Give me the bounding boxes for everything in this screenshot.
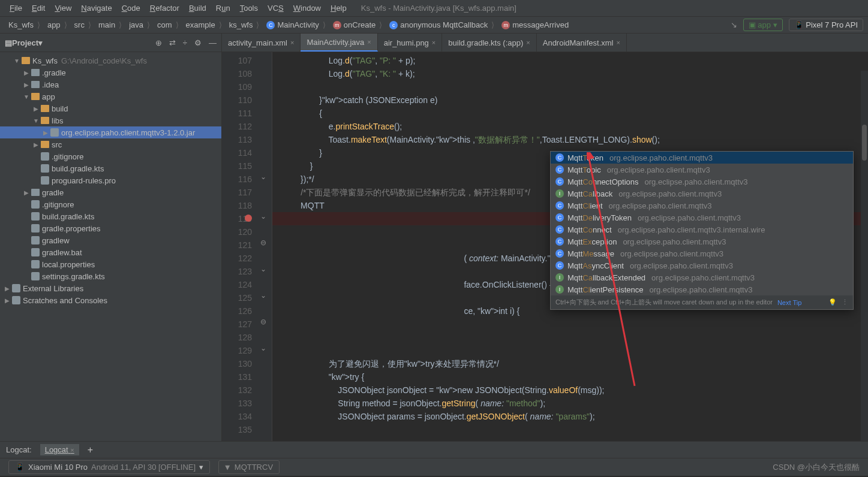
close-icon[interactable]: × (290, 39, 294, 46)
fold-gutter: ⌄⌄⊖⌄⌄⊖⌄ (257, 52, 272, 441)
breadcrumb[interactable]: ks_wfs (226, 20, 263, 29)
autocomplete-item[interactable]: CMqttClientorg.eclipse.paho.client.mqttv… (551, 200, 853, 212)
run-config-selector[interactable]: ▣ app ▾ (743, 19, 783, 31)
tree-item[interactable]: ▶gradle (0, 186, 221, 198)
menu-navigate[interactable]: Navigate (76, 4, 116, 13)
tree-item[interactable]: build.gradle.kts (0, 162, 221, 174)
tree-item[interactable]: ▶src (0, 138, 221, 150)
tree-item[interactable]: ▼libs (0, 114, 221, 126)
expand-all-icon[interactable]: ⇄ (169, 38, 176, 47)
line-gutter: 1071081091101111121131141151161171181191… (222, 52, 257, 441)
more-icon[interactable]: ⋮ (842, 298, 848, 306)
menu-bar: File Edit View Navigate Code Refactor Bu… (0, 0, 868, 17)
menu-run[interactable]: Run (211, 4, 235, 13)
menu-tools[interactable]: Tools (235, 4, 263, 13)
nav-bar: Ks_wfsappsrcmainjavacomexampleks_wfsCMai… (0, 17, 868, 34)
autocomplete-item[interactable]: CMqttConnectOptionsorg.eclipse.paho.clie… (551, 176, 853, 188)
tree-item[interactable]: ▶Scratches and Consoles (0, 294, 221, 306)
tree-item[interactable]: proguard-rules.pro (0, 174, 221, 186)
tree-item[interactable]: gradle.properties (0, 222, 221, 234)
autocomplete-item[interactable]: IMqttCallbackorg.eclipse.paho.client.mqt… (551, 188, 853, 200)
project-tree[interactable]: ▼Ks_wfsG:\Android_code\Ks_wfs▶.gradle▶.i… (0, 52, 221, 441)
build-icon[interactable]: ↘ (731, 20, 737, 29)
tree-item[interactable]: settings.gradle.kts (0, 270, 221, 282)
watermark: CSDN @小白今天也很酷 (773, 462, 860, 473)
menu-vcs[interactable]: VCS (263, 4, 289, 13)
breadcrumb[interactable]: com (154, 20, 182, 29)
breadcrumb[interactable]: mmessageArrived (498, 20, 576, 29)
close-icon[interactable]: × (526, 39, 530, 46)
autocomplete-popup[interactable]: CMqttTokenorg.eclipse.paho.client.mqttv3… (550, 151, 854, 310)
hide-icon[interactable]: — (209, 38, 217, 47)
tool-window-bar: Logcat: Logcat × + (0, 441, 868, 458)
editor-tabs: activity_main.xml×MainActivity.java×air_… (222, 34, 868, 52)
editor-tab[interactable]: air_humi.png× (378, 34, 443, 52)
tree-item[interactable]: gradlew (0, 234, 221, 246)
next-tip-link[interactable]: Next Tip (777, 299, 801, 306)
tree-item[interactable]: ▶build (0, 102, 221, 114)
menu-refactor[interactable]: Refactor (145, 4, 184, 13)
scrollbar-v[interactable] (861, 71, 868, 441)
menu-code[interactable]: Code (117, 4, 145, 13)
breadcrumb[interactable]: main (95, 20, 125, 29)
editor-tab[interactable]: AndroidManifest.xml× (537, 34, 627, 52)
menu-edit[interactable]: Edit (27, 4, 50, 13)
close-icon[interactable]: × (617, 39, 620, 46)
menu-build[interactable]: Build (184, 4, 211, 13)
breadcrumb[interactable]: monCreate (329, 20, 386, 29)
device-dropdown[interactable]: 📱 Xiaomi Mi 10 Pro Android 11, API 30 [O… (8, 460, 210, 474)
tree-item[interactable]: ▶.gradle (0, 67, 221, 79)
tree-item[interactable]: ▼app (0, 90, 221, 102)
select-opened-icon[interactable]: ⊕ (155, 38, 162, 47)
tree-item[interactable]: local.properties (0, 258, 221, 270)
window-title: Ks_wfs - MainActivity.java [Ks_wfs.app.m… (361, 4, 516, 13)
autocomplete-item[interactable]: CMqttTokenorg.eclipse.paho.client.mqttv3 (551, 152, 853, 164)
editor-tab[interactable]: activity_main.xml× (222, 34, 301, 52)
breadcrumb[interactable]: Ks_wfs (5, 20, 44, 29)
logcat-tab[interactable]: Logcat × (40, 444, 79, 455)
settings-icon[interactable]: ⚙ (194, 38, 202, 47)
menu-view[interactable]: View (50, 4, 76, 13)
status-bar: 📱 Xiaomi Mi 10 Pro Android 11, API 30 [O… (0, 458, 868, 476)
editor-tab[interactable]: build.gradle.kts (:app)× (442, 34, 536, 52)
logcat-label: Logcat: (6, 445, 32, 454)
tree-item[interactable]: gradlew.bat (0, 246, 221, 258)
device-selector[interactable]: 📱 Pixel 7 Pro API (789, 19, 863, 31)
autocomplete-item[interactable]: CMqttConnectorg.eclipse.paho.client.mqtt… (551, 224, 853, 236)
breadcrumb[interactable]: CMainActivity (263, 20, 329, 29)
autocomplete-item[interactable]: CMqttExceptionorg.eclipse.paho.client.mq… (551, 236, 853, 247)
tree-item[interactable]: .gitignore (0, 198, 221, 210)
breadcrumb[interactable]: src (71, 20, 95, 29)
breadcrumb[interactable]: java (125, 20, 154, 29)
autocomplete-item[interactable]: CMqttTopicorg.eclipse.paho.client.mqttv3 (551, 164, 853, 176)
autocomplete-item[interactable]: CMqttAsyncClientorg.eclipse.paho.client.… (551, 259, 853, 271)
logcat-filter[interactable]: ▼ MQTTRCV (218, 460, 280, 474)
menu-file[interactable]: File (5, 4, 27, 13)
autocomplete-item[interactable]: IMqttCallbackExtendedorg.eclipse.paho.cl… (551, 271, 853, 283)
breadcrumb[interactable]: app (44, 20, 71, 29)
autocomplete-item[interactable]: CMqttMessageorg.eclipse.paho.client.mqtt… (551, 247, 853, 259)
tree-item[interactable]: ▶.idea (0, 79, 221, 90)
breadcrumb[interactable]: canonymous MqttCallback (386, 20, 498, 29)
tree-item[interactable]: .gitignore (0, 150, 221, 162)
project-tool-title[interactable]: ▤ Project ▾ (5, 38, 43, 47)
breadcrumb[interactable]: example (182, 20, 226, 29)
menu-help[interactable]: Help (326, 4, 352, 13)
collapse-icon[interactable]: ÷ (183, 38, 187, 47)
bulb-icon[interactable]: 💡 (828, 298, 837, 306)
tree-item[interactable]: ▶org.eclipse.paho.client.mqttv3-1.2.0.ja… (0, 126, 221, 138)
editor-tab[interactable]: MainActivity.java× (301, 34, 377, 52)
tree-item[interactable]: build.gradle.kts (0, 210, 221, 222)
menu-window[interactable]: Window (289, 4, 326, 13)
tree-item[interactable]: ▶External Libraries (0, 282, 221, 294)
autocomplete-item[interactable]: CMqttDeliveryTokenorg.eclipse.paho.clien… (551, 212, 853, 224)
close-icon[interactable]: × (367, 38, 371, 46)
tree-item[interactable]: ▼Ks_wfsG:\Android_code\Ks_wfs (0, 55, 221, 67)
autocomplete-item[interactable]: IMqttClientPersistenceorg.eclipse.paho.c… (551, 283, 853, 295)
close-icon[interactable]: × (432, 39, 435, 46)
add-tab-icon[interactable]: + (88, 445, 93, 455)
project-sidebar: ▤ Project ▾ ⊕ ⇄ ÷ ⚙ — ▼Ks_wfsG:\Android_… (0, 34, 222, 441)
